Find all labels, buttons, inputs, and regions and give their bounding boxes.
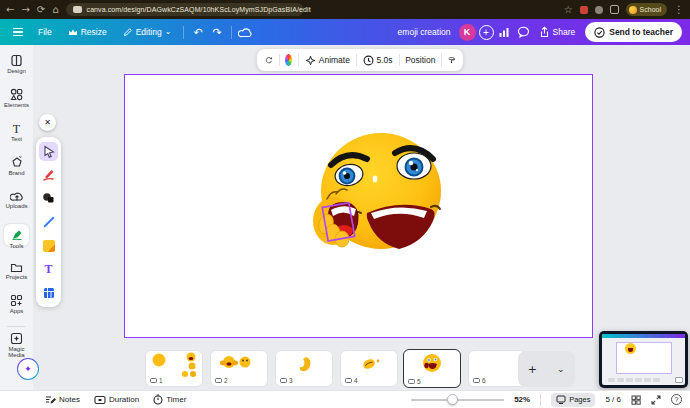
page-badge-icon bbox=[280, 378, 287, 383]
sidebar-item-brand[interactable]: Brand bbox=[0, 155, 33, 176]
page-thumbnail-2[interactable]: 2 bbox=[210, 350, 268, 387]
page-thumbnail-art bbox=[341, 351, 397, 379]
page-thumbnail-3[interactable]: 3 bbox=[275, 350, 333, 387]
select-tool[interactable] bbox=[39, 142, 58, 161]
duration-button[interactable]: Duration bbox=[94, 395, 139, 405]
page-thumbnail-art bbox=[404, 350, 460, 379]
divider bbox=[298, 54, 299, 66]
screen-preview-window[interactable] bbox=[599, 331, 688, 388]
close-drawbar-button[interactable]: ✕ bbox=[39, 114, 56, 131]
line-icon bbox=[43, 216, 54, 227]
help-icon: ? bbox=[675, 396, 679, 403]
notes-icon bbox=[45, 395, 56, 405]
account-extension-icon[interactable] bbox=[595, 6, 603, 14]
editing-mode-dropdown[interactable]: Editing ⌄ bbox=[117, 23, 178, 41]
shuffle-style-icon[interactable] bbox=[265, 54, 273, 66]
zoom-slider-handle[interactable] bbox=[447, 394, 458, 405]
duration-button[interactable]: 5.0s bbox=[363, 55, 393, 66]
forward-icon[interactable]: → bbox=[21, 0, 29, 19]
extension-icon[interactable] bbox=[580, 6, 588, 14]
divider bbox=[441, 54, 442, 66]
collaborator-avatar[interactable]: K bbox=[459, 24, 476, 41]
sidebar-item-magic-media[interactable]: Magic Media bbox=[0, 332, 33, 358]
add-page-button[interactable]: + bbox=[518, 351, 547, 387]
marker-icon bbox=[42, 168, 55, 181]
context-toolbar: Animate 5.0s Position bbox=[257, 49, 463, 71]
sidebar-item-projects[interactable]: Projects bbox=[0, 262, 33, 280]
notes-button[interactable]: Notes bbox=[45, 395, 80, 405]
resize-button[interactable]: Resize bbox=[62, 23, 113, 41]
copy-style-roller-icon[interactable] bbox=[448, 54, 455, 66]
page-number: 1 bbox=[159, 377, 163, 384]
timer-button[interactable]: Timer bbox=[153, 394, 186, 405]
sidebar-label: Design bbox=[0, 68, 33, 74]
sidebar-item-uploads[interactable]: Uploads bbox=[0, 190, 33, 209]
text-tool-icon: T bbox=[44, 262, 52, 277]
extensions-puzzle-icon[interactable] bbox=[610, 5, 619, 14]
duration-value: 5.0s bbox=[377, 55, 393, 65]
mini-pages-strip bbox=[608, 378, 660, 382]
shapes-tool[interactable] bbox=[39, 189, 58, 208]
table-tool[interactable] bbox=[39, 283, 58, 302]
sidebar-label: Text bbox=[0, 136, 33, 142]
pages-toggle-button[interactable]: Pages bbox=[551, 393, 595, 407]
brand-icon bbox=[10, 155, 24, 169]
sidebar-item-elements[interactable]: Elements bbox=[0, 88, 33, 108]
sidebar-item-apps[interactable]: Apps bbox=[0, 294, 33, 314]
address-bar[interactable]: canva.com/design/DAGwkCzSAQM/10hKScLoyMy… bbox=[66, 3, 304, 16]
grid-view-icon[interactable] bbox=[631, 395, 641, 405]
add-collaborator-button[interactable]: + bbox=[479, 25, 494, 40]
canva-assistant-button[interactable]: ✦ bbox=[17, 358, 39, 380]
sparkle-icon: ✦ bbox=[24, 364, 32, 374]
shapes-icon bbox=[42, 192, 55, 204]
page-thumbnail-4[interactable]: 4 bbox=[340, 350, 398, 387]
bookmark-star-icon[interactable]: ☆ bbox=[564, 0, 573, 19]
emoji-face bbox=[313, 133, 441, 249]
draw-tool[interactable] bbox=[39, 165, 58, 184]
text-icon: T bbox=[10, 122, 23, 135]
zoom-level: 52% bbox=[514, 395, 530, 404]
redo-button[interactable]: ↷ bbox=[210, 23, 225, 41]
position-button[interactable]: Position bbox=[405, 55, 435, 65]
animate-button[interactable]: Animate bbox=[305, 55, 350, 66]
divider bbox=[399, 54, 400, 66]
line-tool[interactable] bbox=[39, 213, 58, 232]
undo-button[interactable]: ↶ bbox=[190, 23, 205, 41]
help-button[interactable]: ? bbox=[671, 394, 682, 405]
zoom-slider[interactable] bbox=[411, 399, 504, 401]
chevron-down-icon: ⌄ bbox=[165, 28, 172, 36]
sidebar-item-tools[interactable]: Tools bbox=[0, 228, 33, 249]
sticky-note-tool[interactable] bbox=[39, 236, 58, 255]
share-button[interactable]: Share bbox=[534, 23, 581, 41]
timer-icon bbox=[153, 394, 163, 405]
reload-icon[interactable]: ⟳ bbox=[37, 0, 45, 19]
color-picker-icon[interactable] bbox=[285, 54, 292, 66]
emoji-graphic[interactable] bbox=[303, 121, 451, 269]
page-thumbnail-1[interactable]: 1 bbox=[145, 350, 203, 387]
mini-emoji bbox=[625, 343, 636, 354]
cloud-save-icon[interactable] bbox=[238, 27, 253, 38]
document-title[interactable]: emoji creation bbox=[398, 27, 451, 37]
sidebar-item-design[interactable]: Design bbox=[0, 54, 33, 74]
browser-menu-icon[interactable]: ⋮ bbox=[674, 0, 684, 19]
home-icon[interactable]: ⌂ bbox=[52, 0, 58, 19]
browser-profile-chip[interactable]: School bbox=[626, 3, 667, 16]
text-tool[interactable]: T bbox=[39, 260, 58, 279]
table-icon bbox=[43, 287, 55, 299]
main-menu-icon[interactable] bbox=[8, 28, 28, 36]
sidebar-item-text[interactable]: T Text bbox=[0, 122, 33, 142]
back-icon[interactable]: ← bbox=[6, 0, 14, 19]
send-to-teacher-button[interactable]: Send to teacher bbox=[585, 22, 682, 42]
status-bar: Notes Duration Timer 52% Pages 5 / 6 ? bbox=[0, 390, 690, 408]
fullscreen-icon[interactable] bbox=[651, 395, 661, 405]
profile-avatar bbox=[629, 6, 637, 14]
insights-button[interactable] bbox=[494, 23, 514, 41]
page-thumbnail-5-selected[interactable]: 5 bbox=[403, 349, 461, 388]
site-icon bbox=[73, 6, 82, 13]
page-options-chevron[interactable]: ⌄ bbox=[547, 351, 576, 387]
app-header: File Resize Editing ⌄ ↶ ↷ emoji creation… bbox=[0, 19, 690, 45]
file-menu[interactable]: File bbox=[32, 23, 58, 41]
page-thumbnail-art bbox=[146, 351, 202, 379]
upload-cloud-icon bbox=[10, 190, 24, 202]
comments-button[interactable] bbox=[514, 23, 534, 41]
